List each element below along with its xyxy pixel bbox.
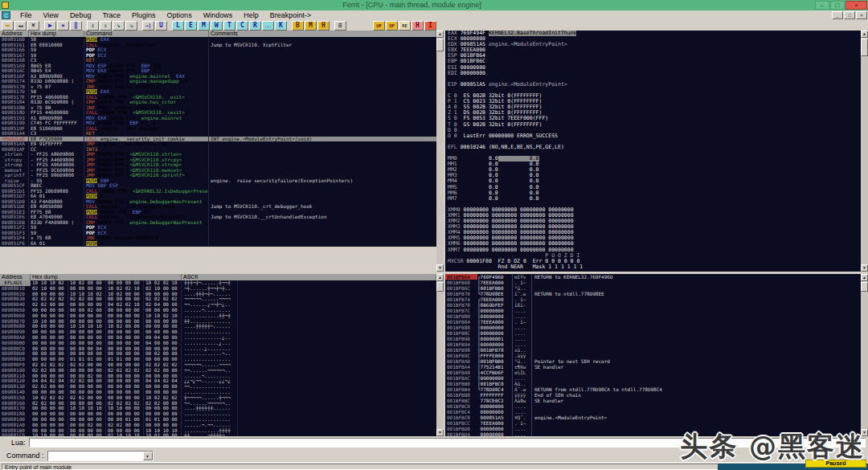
- step-into-button[interactable]: ↓: [87, 21, 99, 31]
- close-button[interactable]: ×: [845, 1, 867, 10]
- dump-row[interactable]: 0098808000 00 00 0010 10 10 1010 02 00 0…: [0, 324, 436, 329]
- scroll-up-icon[interactable]: ▲: [861, 274, 868, 281]
- run-button[interactable]: ▶: [44, 21, 56, 31]
- up-button[interactable]: UP: [373, 21, 385, 31]
- register-line[interactable]: MM3 0.0 0.0: [445, 173, 861, 178]
- restart-button[interactable]: ◀◀: [14, 21, 27, 31]
- scroll-thumb[interactable]: [436, 282, 444, 292]
- menu-item-debug[interactable]: Debug: [64, 10, 97, 20]
- dump-row[interactable]: 0098810002 02 00 0000 00 00 0002 02 02 0…: [0, 368, 436, 374]
- stack-row[interactable]: 001BFB6C│001BFBB0°û..: [445, 285, 861, 291]
- register-line[interactable]: P 1 CS 0023 32bit 0(FFFFFFFF): [445, 99, 861, 104]
- menu-item-plugins[interactable]: Plugins: [126, 10, 162, 20]
- m-window-button[interactable]: M: [305, 21, 317, 31]
- menu-item-file[interactable]: File: [14, 10, 38, 20]
- register-line[interactable]: XMM2 00000000 00000000 00000000 00000000: [445, 219, 861, 224]
- stack-row[interactable]: 001BFBCC 7EEEA000. î~: [445, 420, 861, 426]
- dump-row[interactable]: 009881B000 00 00 0000 00 00 0000 00 00 0…: [0, 428, 436, 434]
- animate-button[interactable]: ∗: [57, 21, 69, 31]
- disassembly-scrollbar[interactable]: ▲▼: [436, 31, 444, 272]
- maximize-button[interactable]: □: [830, 1, 845, 10]
- memory-window-button[interactable]: M: [198, 21, 210, 31]
- menu-item-breakpoint[interactable]: Breakpoint->: [264, 10, 317, 20]
- stack-row[interactable]: 001BFB8C│00000000....: [445, 330, 861, 336]
- register-line[interactable]: MM5 0.0 0.0: [445, 185, 861, 190]
- register-line[interactable]: XMM4 00000000 00000000 00000000 00000000: [445, 230, 861, 235]
- dump-row[interactable]: 009880D000 00 00 0000 00 00 0000 00 00 0…: [0, 351, 436, 357]
- dump-row[interactable]: 0098803002 02 02 0202 02 00 0000 00 00 0…: [0, 296, 436, 302]
- dump-row[interactable]: 0098813002 02 00 0000 00 00 0000 00 00 0…: [0, 384, 436, 390]
- close-window-button[interactable]: ×: [27, 21, 39, 31]
- dump-row[interactable]: 009880B000 00 00 0000 00 00 0000 00 00 0…: [0, 341, 436, 346]
- register-line[interactable]: C 0 ES 002B 32bit 0(FFFFFFFF): [445, 93, 861, 99]
- register-line[interactable]: XMM0 00000000 00000000 00000000 00000000: [445, 207, 861, 213]
- register-line[interactable]: EBP 001BFB6C: [445, 59, 861, 64]
- stack-row[interactable]: 001BFB80│00000000....: [445, 313, 861, 319]
- threads-window-button[interactable]: T: [223, 21, 235, 31]
- register-line[interactable]: MM4 0.0 0.0: [445, 178, 861, 184]
- register-line[interactable]: MM6 0.0 0.0: [445, 190, 861, 196]
- cpu-window-icon[interactable]: C: [2, 11, 10, 19]
- register-line[interactable]: MM0 0.0 0.0: [445, 156, 861, 161]
- h-window-button[interactable]: H: [317, 21, 330, 31]
- dump-row[interactable]: 0098818000 00 00 0000 00 00 0000 00 00 0…: [0, 411, 436, 417]
- pause-button[interactable]: ‖: [70, 21, 82, 31]
- stack-row[interactable]: 001BFB74┌7EEEA000. î~: [445, 296, 861, 302]
- register-line[interactable]: Z 1 DS 002B 32bit 0(FFFFFFFF): [445, 110, 861, 116]
- dump-row[interactable]: 0098805000 00 00 0000 00 02 0000 00 00 0…: [0, 308, 436, 313]
- cpu-window-button[interactable]: C: [236, 21, 248, 31]
- stack-row[interactable]: 001BFBC4 00000000....: [445, 409, 861, 415]
- register-line[interactable]: [445, 150, 861, 156]
- register-line[interactable]: T 0 GS 002B 32bit 0(FFFFFFFF): [445, 122, 861, 128]
- re-button[interactable]: RE: [399, 21, 411, 31]
- stack-row[interactable]: 001BFB68│7EEEA000. î~: [445, 280, 861, 285]
- command-input[interactable]: [48, 452, 143, 460]
- execute-till-user-button[interactable]: U: [155, 21, 167, 31]
- register-line[interactable]: EDX 009851A5 engine.<ModuleEntryPoint>: [445, 42, 861, 47]
- register-line[interactable]: EBX 7EEEA000: [445, 47, 861, 53]
- dump-row[interactable]: 0098804002 02 00 0000 00 00 0004 02 02 1…: [0, 302, 436, 308]
- dump-row[interactable]: 009881A000 00 00 0000 00 02 0002 02 00 0…: [0, 423, 436, 428]
- dump-row[interactable]: 0098815010 02 02 0202 02 00 0000 00 00 0…: [0, 395, 436, 401]
- register-line[interactable]: D 0: [445, 128, 861, 133]
- register-line[interactable]: EDI 00000000: [445, 71, 861, 76]
- minimize-button[interactable]: –: [815, 1, 829, 10]
- stack-row[interactable]: 001BFBBC 778CE0C2ÂàŒwSE handler: [445, 398, 861, 403]
- dump-row[interactable]: 0098801002 10 00 0000 00 00 0010 02 02 1…: [0, 286, 436, 292]
- executables-window-button[interactable]: E: [185, 21, 197, 31]
- b-window-button[interactable]: B: [292, 21, 304, 31]
- run-trace-window-button[interactable]: ...: [262, 21, 274, 31]
- chevron-down-icon[interactable]: ▼: [143, 452, 153, 460]
- register-line[interactable]: A 0 SS 002B 32bit 0(FFFFFFFF): [445, 104, 861, 110]
- stack-row[interactable]: 001BFBC0 00000000....: [445, 403, 861, 409]
- register-line[interactable]: Rnd NEAR Mask 1 1 1 1 1 1: [445, 264, 861, 270]
- mdi-restore-button[interactable]: □: [844, 11, 855, 19]
- scroll-thumb[interactable]: [861, 39, 868, 56]
- register-line[interactable]: [445, 202, 861, 207]
- execute-till-return-button[interactable]: →]: [142, 21, 154, 31]
- register-line[interactable]: XMM5 00000000 00000000 00000000 00000000: [445, 235, 861, 241]
- register-line[interactable]: ECX 00000000: [445, 36, 861, 42]
- stack-scrollbar[interactable]: ▲▼: [861, 274, 868, 436]
- dump-row[interactable]: 0098807010 10 00 0000 00 00 0000 00 00 0…: [0, 319, 436, 325]
- register-line[interactable]: EFL 00010246 (NO,NB,E,BE,NS,PE,GE,LE): [445, 145, 861, 150]
- references-window-button[interactable]: R: [249, 21, 261, 31]
- register-line[interactable]: XMM1 00000000 00000000 00000000 00000000: [445, 213, 861, 219]
- register-line[interactable]: EAX 769F494F KERNEL32.BaseThreadInitThun…: [445, 31, 861, 36]
- register-line[interactable]: [445, 88, 861, 93]
- mdi-close-button[interactable]: ×: [856, 11, 867, 19]
- register-line[interactable]: [445, 139, 861, 145]
- register-line[interactable]: ESI 00000000: [445, 65, 861, 71]
- dump-row[interactable]: 0098806000 00 00 0000 00 00 0000 00 00 0…: [0, 313, 436, 319]
- menu-item-trace[interactable]: Trace: [96, 10, 126, 20]
- stack-row[interactable]: 001BFBB4└778D98C4Ä˜.wRETURN from ntdll.7…: [445, 386, 861, 392]
- scroll-up-icon[interactable]: ▲: [436, 31, 444, 38]
- dump-row[interactable]: 0098817000 00 00 0010 10 10 1010 10 00 0…: [0, 406, 436, 411]
- scroll-up-icon[interactable]: ▲: [861, 31, 868, 38]
- dump-row[interactable]: 0098809000 00 00 0000 00 00 0000 00 00 0…: [0, 329, 436, 335]
- register-line[interactable]: ESP 001BFB64: [445, 53, 861, 59]
- dump-scrollbar[interactable]: ▲▼: [436, 274, 444, 436]
- i-plugin-button[interactable]: I: [424, 21, 436, 31]
- log-window-button[interactable]: L: [172, 21, 184, 31]
- scroll-thumb[interactable]: [861, 282, 868, 292]
